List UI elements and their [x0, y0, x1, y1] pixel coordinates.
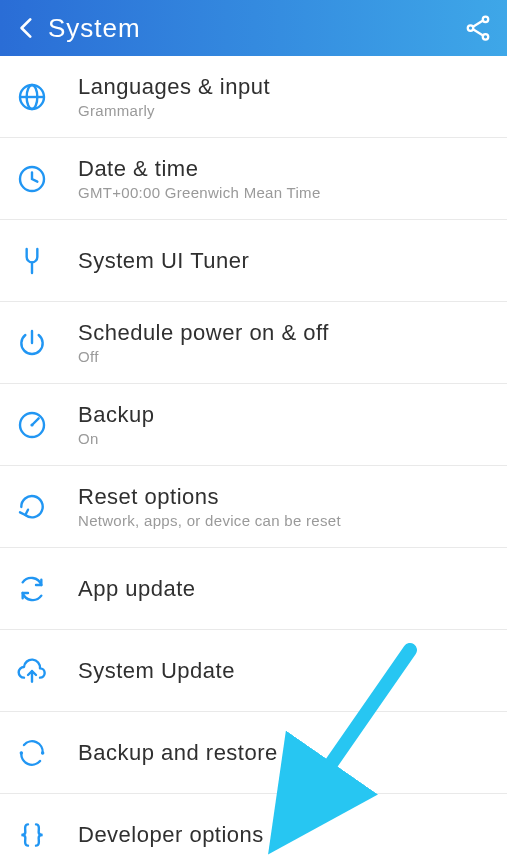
- svg-point-14: [20, 751, 23, 754]
- row-subtitle: Off: [78, 348, 493, 365]
- share-button[interactable]: [463, 13, 493, 43]
- row-title: System Update: [78, 658, 493, 684]
- share-icon: [463, 13, 493, 43]
- row-subtitle: Grammarly: [78, 102, 493, 119]
- sync-icon: [16, 737, 48, 769]
- reset-icon: [16, 491, 48, 523]
- clock-icon: [16, 163, 48, 195]
- row-title: Languages & input: [78, 74, 493, 100]
- tuning-fork-icon: [16, 245, 48, 277]
- row-backup-restore[interactable]: Backup and restore: [0, 712, 507, 794]
- settings-list: Languages & input Grammarly Date & time …: [0, 56, 507, 861]
- svg-line-3: [473, 21, 483, 27]
- row-title: Schedule power on & off: [78, 320, 493, 346]
- row-subtitle: On: [78, 430, 493, 447]
- row-system-update[interactable]: System Update: [0, 630, 507, 712]
- chevron-left-icon: [14, 15, 40, 41]
- row-system-ui-tuner[interactable]: System UI Tuner: [0, 220, 507, 302]
- row-subtitle: Network, apps, or device can be reset: [78, 512, 493, 529]
- gauge-icon: [16, 409, 48, 441]
- braces-icon: [16, 819, 48, 851]
- cloud-upload-icon: [16, 655, 48, 687]
- globe-icon: [16, 81, 48, 113]
- row-developer-options[interactable]: Developer options: [0, 794, 507, 861]
- row-title: Developer options: [78, 822, 493, 848]
- svg-point-13: [41, 751, 44, 754]
- svg-point-12: [30, 423, 33, 426]
- svg-point-0: [483, 17, 489, 23]
- row-app-update[interactable]: App update: [0, 548, 507, 630]
- power-icon: [16, 327, 48, 359]
- row-title: App update: [78, 576, 493, 602]
- system-settings-screen: System Languages & input: [0, 0, 507, 861]
- row-languages-input[interactable]: Languages & input Grammarly: [0, 56, 507, 138]
- row-schedule-power[interactable]: Schedule power on & off Off: [0, 302, 507, 384]
- row-title: Backup and restore: [78, 740, 493, 766]
- row-title: Backup: [78, 402, 493, 428]
- svg-point-1: [468, 25, 474, 31]
- svg-line-4: [473, 29, 483, 35]
- row-backup[interactable]: Backup On: [0, 384, 507, 466]
- app-header: System: [0, 0, 507, 56]
- row-title: Date & time: [78, 156, 493, 182]
- refresh-icon: [16, 573, 48, 605]
- row-title: Reset options: [78, 484, 493, 510]
- row-subtitle: GMT+00:00 Greenwich Mean Time: [78, 184, 493, 201]
- back-button[interactable]: [14, 15, 40, 41]
- header-title: System: [48, 13, 141, 44]
- row-reset-options[interactable]: Reset options Network, apps, or device c…: [0, 466, 507, 548]
- svg-point-2: [483, 34, 489, 40]
- row-date-time[interactable]: Date & time GMT+00:00 Greenwich Mean Tim…: [0, 138, 507, 220]
- row-title: System UI Tuner: [78, 248, 493, 274]
